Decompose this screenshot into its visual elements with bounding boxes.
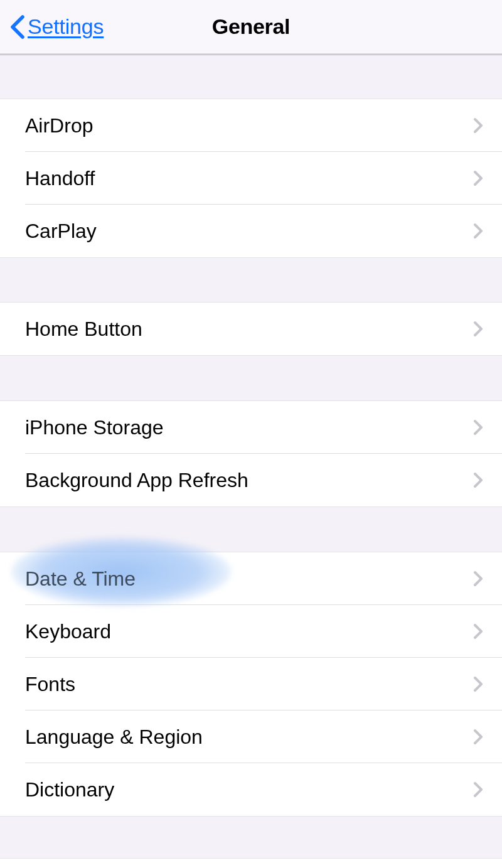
row-label: Language & Region: [25, 726, 473, 749]
chevron-right-icon: [473, 472, 483, 488]
settings-group: Home Button: [0, 302, 502, 356]
chevron-right-icon: [473, 117, 483, 134]
page-title: General: [212, 14, 291, 39]
chevron-right-icon: [473, 321, 483, 337]
chevron-right-icon: [473, 729, 483, 745]
chevron-right-icon: [473, 676, 483, 692]
section-spacer: [0, 356, 502, 400]
section-spacer: [0, 55, 502, 99]
chevron-right-icon: [473, 623, 483, 640]
settings-group: AirDrop Handoff CarPlay: [0, 99, 502, 258]
row-background-app-refresh[interactable]: Background App Refresh: [0, 454, 502, 506]
row-label: Fonts: [25, 673, 473, 696]
row-iphone-storage[interactable]: iPhone Storage: [0, 401, 502, 454]
chevron-left-icon: [10, 15, 25, 39]
row-label: Background App Refresh: [25, 469, 473, 492]
row-label: iPhone Storage: [25, 416, 473, 439]
row-label: Home Button: [25, 318, 473, 341]
row-keyboard[interactable]: Keyboard: [0, 605, 502, 658]
back-label: Settings: [28, 14, 104, 39]
chevron-right-icon: [473, 170, 483, 186]
chevron-right-icon: [473, 419, 483, 436]
row-date-time[interactable]: Date & Time: [0, 552, 502, 605]
row-airdrop[interactable]: AirDrop: [0, 99, 502, 152]
chevron-right-icon: [473, 223, 483, 239]
row-handoff[interactable]: Handoff: [0, 152, 502, 205]
row-home-button[interactable]: Home Button: [0, 303, 502, 355]
row-carplay[interactable]: CarPlay: [0, 205, 502, 257]
row-label: CarPlay: [25, 220, 473, 243]
footer-strip: [0, 858, 502, 868]
back-button[interactable]: Settings: [0, 14, 104, 39]
row-label: Keyboard: [25, 620, 473, 643]
section-spacer: [0, 258, 502, 302]
settings-group: iPhone Storage Background App Refresh: [0, 400, 502, 507]
row-label: AirDrop: [25, 114, 473, 137]
chevron-right-icon: [473, 781, 483, 798]
row-fonts[interactable]: Fonts: [0, 658, 502, 710]
row-dictionary[interactable]: Dictionary: [0, 763, 502, 816]
section-spacer: [0, 507, 502, 552]
row-label: Dictionary: [25, 778, 473, 801]
navigation-bar: Settings General: [0, 0, 502, 54]
row-language-region[interactable]: Language & Region: [0, 710, 502, 763]
row-label: Handoff: [25, 167, 473, 190]
row-label: Date & Time: [25, 567, 473, 591]
settings-group: Date & Time Keyboard Fonts Language & Re…: [0, 552, 502, 817]
chevron-right-icon: [473, 571, 483, 587]
